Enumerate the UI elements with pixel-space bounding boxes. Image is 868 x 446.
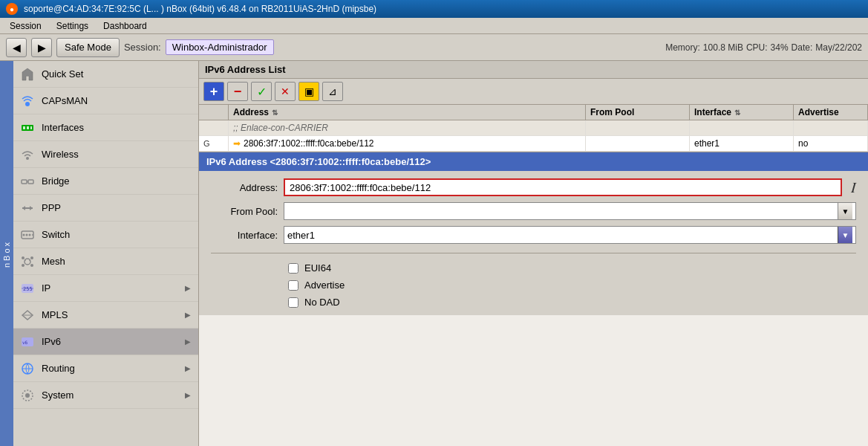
sidebar-item-system[interactable]: System ▶ bbox=[13, 382, 198, 409]
title-bar: ● soporte@C4:AD:34:7E:92:5C (L... ) nBox… bbox=[0, 0, 868, 18]
add-button[interactable]: + bbox=[203, 82, 224, 101]
sidebar-item-bridge[interactable]: Bridge bbox=[13, 168, 198, 195]
row-interface-group bbox=[690, 120, 794, 135]
row-advertise-text: no bbox=[798, 138, 808, 149]
copy-button[interactable]: ▣ bbox=[298, 82, 319, 101]
sidebar-item-interfaces[interactable]: Interfaces bbox=[13, 114, 198, 141]
capsman-icon bbox=[19, 93, 36, 109]
svg-rect-7 bbox=[28, 180, 33, 184]
from-pool-row: From Pool: ▼ bbox=[211, 202, 856, 220]
col-advertise: Advertise bbox=[794, 105, 868, 120]
sidebar-item-wireless[interactable]: Wireless bbox=[13, 141, 198, 168]
remove-button[interactable]: − bbox=[227, 82, 248, 101]
cursor-icon: 𝐼 bbox=[851, 179, 856, 196]
menu-settings[interactable]: Settings bbox=[50, 19, 95, 33]
row-address-text: 2806:3f7:1002::ffff:f0ca:bebe/112 bbox=[244, 138, 374, 149]
sidebar-label-interfaces: Interfaces bbox=[42, 122, 192, 133]
ip-expand-arrow: ▶ bbox=[183, 284, 192, 293]
address-table: Address ⇅ From Pool Interface ⇅ Advertis… bbox=[199, 105, 868, 152]
address-row: Address: 𝐼 bbox=[211, 178, 856, 196]
sidebar-label-mpls: MPLS bbox=[42, 309, 177, 320]
system-expand-arrow: ▶ bbox=[183, 391, 192, 400]
advertise-checkbox[interactable] bbox=[288, 280, 298, 291]
routing-expand-arrow: ▶ bbox=[183, 364, 192, 373]
sidebar-item-quickset[interactable]: Quick Set bbox=[13, 61, 198, 88]
sidebar-item-ipv6[interactable]: v6 IPv6 ▶ bbox=[13, 329, 198, 355]
svg-point-5 bbox=[26, 157, 29, 160]
bridge-icon bbox=[19, 173, 36, 190]
col-interface: Interface ⇅ bbox=[690, 105, 794, 120]
sidebar-item-ip[interactable]: 255 IP ▶ bbox=[13, 275, 198, 302]
mesh-icon bbox=[19, 253, 36, 270]
cross-button[interactable]: ✕ bbox=[275, 82, 296, 101]
svg-point-21 bbox=[30, 264, 33, 267]
filter-button[interactable]: ⊿ bbox=[322, 82, 343, 101]
sidebar-item-switch[interactable]: Switch bbox=[13, 222, 198, 248]
mpls-expand-arrow: ▶ bbox=[183, 311, 192, 320]
menu-dashboard[interactable]: Dashboard bbox=[97, 19, 154, 33]
row-advertise-group bbox=[794, 120, 868, 135]
forward-button[interactable]: ▶ bbox=[31, 38, 52, 57]
session-label: Session: bbox=[124, 42, 161, 53]
interface-dropdown-arrow[interactable]: ▼ bbox=[838, 227, 852, 243]
from-pool-dropdown-arrow[interactable]: ▼ bbox=[838, 203, 852, 219]
svg-point-15 bbox=[29, 233, 31, 236]
sidebar-item-capsman[interactable]: CAPsMAN bbox=[13, 88, 198, 114]
sidebar-label-ip: IP bbox=[42, 282, 177, 294]
from-pool-select[interactable]: ▼ bbox=[284, 202, 856, 220]
svg-rect-3 bbox=[27, 126, 29, 129]
content-area: IPv6 Address List + − ✓ ✕ ▣ ⊿ Address ⇅ … bbox=[199, 61, 868, 446]
interfaces-icon bbox=[19, 120, 36, 136]
col-from-pool: From Pool bbox=[586, 105, 690, 120]
svg-point-20 bbox=[22, 264, 25, 267]
routing-icon bbox=[19, 361, 36, 377]
svg-point-32 bbox=[25, 393, 30, 398]
row-from-pool-group bbox=[586, 120, 690, 135]
sidebar: Quick Set CAPsMAN Interfa bbox=[13, 61, 199, 446]
menu-bar: Session Settings Dashboard bbox=[0, 18, 868, 34]
main-toolbar: ◀ ▶ Safe Mode Session: Winbox-Administra… bbox=[0, 34, 868, 61]
interface-select[interactable]: ether1 ▼ bbox=[284, 226, 856, 244]
sidebar-item-ppp[interactable]: PPP bbox=[13, 195, 198, 222]
cpu-value: 34% bbox=[771, 42, 789, 53]
mpls-icon bbox=[19, 307, 36, 323]
eui64-checkbox[interactable] bbox=[288, 263, 298, 274]
sidebar-label-capsman: CAPsMAN bbox=[42, 95, 192, 106]
sidebar-label-routing: Routing bbox=[42, 363, 177, 374]
col-address-label: Address bbox=[233, 107, 269, 117]
panel-header: IPv6 Address List bbox=[199, 61, 868, 79]
sidebar-item-mpls[interactable]: MPLS ▶ bbox=[13, 302, 198, 329]
safe-mode-button[interactable]: Safe Mode bbox=[56, 38, 120, 57]
nodad-checkbox[interactable] bbox=[288, 297, 298, 308]
table-row[interactable]: ;; Enlace-con-CARRIER bbox=[199, 120, 868, 136]
svg-point-16 bbox=[32, 234, 33, 236]
sidebar-item-routing[interactable]: Routing ▶ bbox=[13, 355, 198, 382]
main-layout: nBox Quick Set CAPsMAN bbox=[0, 61, 868, 446]
svg-point-17 bbox=[25, 259, 30, 265]
edit-form: Address: 𝐼 From Pool: ▼ Interface: ether… bbox=[199, 171, 868, 315]
address-sort-icon: ⇅ bbox=[272, 109, 278, 117]
system-info: Memory: 100.8 MiB CPU: 34% Date: May/22/… bbox=[665, 42, 862, 53]
back-button[interactable]: ◀ bbox=[6, 38, 27, 57]
svg-point-18 bbox=[22, 256, 25, 259]
left-strip-label: nBox bbox=[2, 239, 11, 267]
system-icon bbox=[19, 387, 36, 404]
svg-text:255: 255 bbox=[23, 286, 33, 292]
sidebar-item-mesh[interactable]: Mesh bbox=[13, 248, 198, 275]
interface-sort-icon: ⇅ bbox=[734, 109, 740, 117]
group-label-text: ;; Enlace-con-CARRIER bbox=[233, 123, 328, 133]
ppp-icon bbox=[19, 200, 36, 216]
table-row[interactable]: G ➡ 2806:3f7:1002::ffff:f0ca:bebe/112 et… bbox=[199, 136, 868, 152]
wireless-icon bbox=[19, 146, 36, 163]
nodad-label: No DAD bbox=[304, 297, 340, 308]
ipv6-icon: v6 bbox=[19, 334, 36, 350]
menu-session[interactable]: Session bbox=[3, 19, 48, 33]
sidebar-label-ipv6: IPv6 bbox=[42, 336, 177, 347]
svg-point-13 bbox=[23, 233, 25, 236]
check-button[interactable]: ✓ bbox=[251, 82, 272, 101]
ipv6-expand-arrow: ▶ bbox=[183, 337, 192, 346]
nodad-row: No DAD bbox=[211, 297, 856, 308]
switch-icon bbox=[19, 227, 36, 243]
address-input[interactable] bbox=[284, 178, 842, 196]
row-address: ➡ 2806:3f7:1002::ffff:f0ca:bebe/112 bbox=[229, 136, 586, 151]
